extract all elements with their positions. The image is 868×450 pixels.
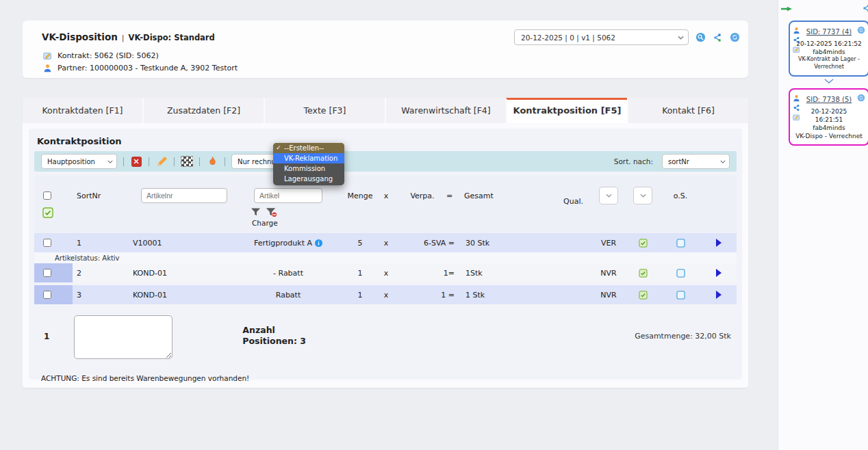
memo-icon [42,50,53,61]
version-select[interactable]: 20-12-2025 | 0 | v1 | 5062 [514,29,689,45]
kontrakt-line: Kontrakt: 5062 (SID: 5062) [42,50,159,61]
sort-select[interactable]: sortNr [662,154,730,169]
green-arrow-icon[interactable] [781,5,792,12]
sid-link[interactable]: SID: 7738 (5) [791,96,867,103]
qual-select-1[interactable] [599,187,618,204]
person-icon [793,27,800,34]
charge-filter-icon[interactable] [251,207,261,217]
position-type-select[interactable]: Hauptposition [41,154,117,169]
artikelstatus-note: Artikelstatus: Aktiv [34,252,737,263]
row-checkbox[interactable] [43,269,51,277]
artikel-filter-input[interactable] [254,188,322,203]
check-icon: ✓ [276,144,281,151]
edit-pencil-icon[interactable] [155,155,168,168]
tab-kontakt[interactable]: Kontakt [F6] [627,98,748,123]
table-row[interactable]: 3 KOND-01 Rabatt 1 x 1 = 1 Stk NVR [34,285,737,304]
app-title: VK-Disposition [42,31,118,42]
col-qual: Qual. [530,197,591,206]
checkbox-empty-icon[interactable] [676,239,685,248]
card-user: fab4minds [791,124,867,132]
person-icon [42,62,53,73]
expand-row-icon[interactable] [715,239,722,247]
checkbox-checked-icon[interactable] [639,239,648,248]
row-sortnr: 3 [73,291,114,300]
tab-texte[interactable]: Texte [F3] [264,98,385,123]
page-number: 1 [44,332,49,341]
menu-item-kommission[interactable]: Kommission [273,163,344,174]
note-textarea[interactable] [74,315,173,359]
share-nodes-icon[interactable] [712,32,723,43]
table-footer: 1 Anzahl Positionen: 3 Gesamtmenge: 32,0… [44,315,731,359]
row-artikel: Fertigprodukt A [254,239,312,248]
section-title: Kontraktposition [29,129,742,151]
card-type: VK-Dispo - Verrechnet [791,132,867,140]
tab-kontraktdaten[interactable]: Kontraktdaten [F1] [23,98,142,123]
table-header: SortNr Menge x Verpa. = Gesamt Qual. [34,176,737,233]
card-user: fab4minds [791,48,867,56]
refresh-badge-icon[interactable] [857,26,865,34]
artikelnr-filter-input[interactable] [141,188,227,203]
share-icon [793,104,800,111]
checkered-flag-icon[interactable] [181,155,193,168]
select-all-checkbox[interactable] [43,191,51,200]
sync-icon[interactable] [729,32,740,43]
refresh-badge-icon[interactable] [857,94,865,102]
tab-warenwirtschaft[interactable]: Warenwirtschaft [F4] [385,98,506,123]
toolbar-divider [225,157,225,166]
delete-icon[interactable] [130,155,142,168]
info-icon[interactable] [315,239,322,247]
row-qual: NVR [591,269,626,278]
menu-item-lagerausgang[interactable]: Lagerausgang [273,174,344,184]
charge-filter-clear-icon[interactable] [266,207,277,217]
person-icon [793,94,800,102]
search-icon[interactable] [695,32,706,43]
checkbox-checked-icon[interactable] [639,269,648,278]
checkbox-checked-icon[interactable] [639,291,648,300]
menu-item-erstellen[interactable]: ✓ --Erstellen-- [273,143,344,153]
row-verpa: 1= [398,269,464,278]
warning-message: ACHTUNG: Es sind bereits Warenbewegungen… [41,374,742,382]
expand-row-icon[interactable] [715,269,722,277]
confirm-all-icon[interactable] [42,207,73,218]
col-menge: Menge [346,191,374,200]
tab-zusatzdaten[interactable]: Zusatzdaten [F2] [142,98,264,123]
row-sortnr: 2 [73,269,114,278]
checkbox-empty-icon[interactable] [676,269,685,278]
checkbox-empty-icon[interactable] [676,291,685,300]
memo-icon [793,46,800,53]
sort-label: Sort. nach: [614,157,653,166]
sid-card-7737[interactable]: SID: 7737 (4) 20-12-2025 16:21:52 fab4mi… [789,21,868,77]
sid-link[interactable]: SID: 7737 (4) [791,28,867,36]
row-checkbox[interactable] [43,239,51,247]
row-qual: VER [591,239,626,248]
chevron-down-icon[interactable] [789,77,868,84]
row-checkbox[interactable] [43,291,51,299]
app-subtitle: VK-Dispo: Standard [129,33,215,42]
share-nodes-icon[interactable] [862,3,868,13]
header-card: VK-Disposition | VK-Dispo: Standard Kont… [23,21,748,78]
partner-line: Partner: 100000003 - Testkunde A, 3902 T… [42,62,238,73]
card-date: 20-12-2025 [791,107,867,116]
partner-value: Partner: 100000003 - Testkunde A, 3902 T… [58,64,238,72]
flame-icon[interactable] [206,155,218,168]
menu-item-vk-reklamation[interactable]: VK-Reklamation [273,153,344,163]
table-row[interactable]: 1 V10001 Fertigprodukt A 5 x 6-SVA = 30 … [34,233,737,252]
row-gesamt: 1Stk [464,269,530,278]
row-sortnr: 1 [73,239,114,248]
gesamtmenge-label: Gesamtmenge: 32,00 Stk [635,332,731,341]
main-panel: Kontraktdaten [F1] Zusatzdaten [F2] Text… [23,98,748,388]
positions-count: Anzahl Positionen: 3 [242,325,306,347]
row-x: x [374,291,398,300]
page-title: VK-Disposition | VK-Dispo: Standard [42,31,215,42]
qual-select-2[interactable] [633,187,652,204]
row-artikelnr: V10001 [114,239,230,248]
row-menge: 5 [346,239,374,248]
table-row[interactable]: 2 KOND-01 - Rabatt 1 x 1= 1Stk NVR [34,263,737,282]
version-select-value: 20-12-2025 | 0 | v1 | 5062 [521,34,615,42]
version-group: 20-12-2025 | 0 | v1 | 5062 [514,29,740,45]
tab-kontraktposition[interactable]: Kontraktposition [F5] [506,98,627,123]
row-artikelnr: KOND-01 [114,269,230,278]
expand-row-icon[interactable] [715,291,722,299]
card-datetime: 20-12-2025 16:21:52 [791,40,867,48]
sid-card-7738[interactable]: SID: 7738 (5) 20-12-2025 16:21:51 fab4mi… [789,88,868,146]
